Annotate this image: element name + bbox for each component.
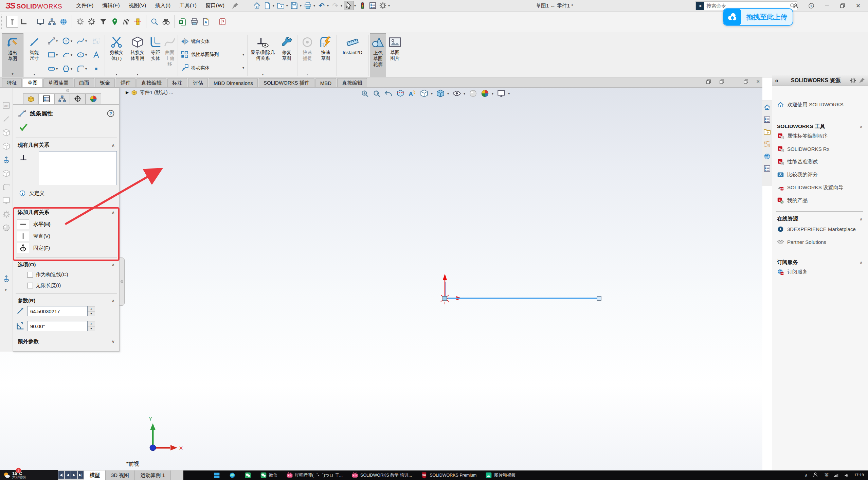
monitor-tool-button[interactable] bbox=[35, 16, 46, 28]
polygon-tool-button[interactable]: ▾ bbox=[60, 62, 74, 76]
partner-solutions-link[interactable]: Partner Solutions bbox=[777, 238, 826, 246]
spring-tool-button[interactable] bbox=[121, 16, 132, 28]
strip-caret-icon[interactable]: ▾ bbox=[5, 288, 6, 292]
collapse-pane-button[interactable]: « bbox=[775, 77, 779, 84]
print-tool-button[interactable] bbox=[188, 16, 200, 28]
angle-tool-button[interactable] bbox=[18, 16, 30, 28]
online-resources-header[interactable]: 在线资源 ∧ bbox=[777, 215, 863, 223]
select-caret-icon[interactable]: ▾ bbox=[354, 4, 356, 7]
excel-export-button[interactable] bbox=[177, 16, 188, 28]
quick-snaps-caret-icon[interactable]: ▾ bbox=[306, 72, 308, 77]
angle-input[interactable] bbox=[27, 321, 88, 331]
options-header[interactable]: 选项(O) ∧ bbox=[18, 261, 115, 268]
menu-pin-icon[interactable] bbox=[230, 1, 240, 10]
move-caret-icon[interactable]: ▾ bbox=[242, 66, 244, 70]
trim-entities-button[interactable]: 剪裁实体(T) ▾ bbox=[106, 33, 127, 77]
taskbar-app-wechat[interactable]: 微信 bbox=[260, 472, 277, 479]
existing-relations-listbox[interactable] bbox=[39, 151, 117, 185]
doc-restore-button[interactable] bbox=[743, 79, 749, 85]
feature-cube-icon[interactable] bbox=[2, 128, 11, 137]
doc-minimize-button[interactable]: ─ bbox=[732, 79, 736, 85]
parameters-header[interactable]: 参数(R) ∧ bbox=[18, 297, 115, 304]
network-tool-button[interactable] bbox=[46, 16, 58, 28]
arc-tool-button[interactable]: ▾ bbox=[60, 48, 74, 62]
save-caret-icon[interactable]: ▾ bbox=[300, 4, 302, 7]
netdisk-upload-pill[interactable]: 拖拽至此上传 bbox=[723, 8, 793, 26]
quick-snaps-button[interactable]: 快速捕捉 ▾ bbox=[299, 33, 316, 77]
tab-sheet-metal[interactable]: 钣金 bbox=[95, 78, 115, 87]
volume-icon[interactable] bbox=[844, 473, 849, 478]
existing-relations-header[interactable]: 现有几何关系 ∧ bbox=[18, 142, 115, 149]
new-file-button[interactable] bbox=[262, 1, 272, 10]
property-manager-tab[interactable] bbox=[39, 93, 54, 104]
parameters-collapse-icon[interactable]: ∧ bbox=[111, 298, 115, 303]
construction-checkbox[interactable] bbox=[27, 272, 33, 278]
redo-caret-icon[interactable]: ▾ bbox=[341, 4, 342, 7]
property-tab-builder-link[interactable]: 属性标签编制程序 bbox=[777, 132, 828, 140]
sheet-nav-first-button[interactable]: ◀| bbox=[58, 471, 64, 479]
tab-evaluate[interactable]: 评估 bbox=[188, 78, 208, 87]
repair-sketch-button[interactable]: 修复草图 bbox=[277, 33, 296, 77]
ok-button[interactable] bbox=[18, 122, 29, 132]
open-file-button[interactable] bbox=[276, 1, 286, 10]
pattern-tool-button[interactable] bbox=[89, 34, 104, 48]
taskbar-app-bilibili[interactable]: 哔哩哔哩(゜-゜)つロ 干... bbox=[286, 472, 343, 479]
print-button[interactable] bbox=[303, 1, 313, 10]
additional-parameters-header[interactable]: 额外参数 ∨ bbox=[18, 338, 115, 345]
settings-tool-button[interactable] bbox=[74, 16, 86, 28]
marketplace-link[interactable]: 3DEXPERIENCE Marketplace bbox=[777, 226, 856, 233]
taskbar-app-photos[interactable]: 图片和视频 bbox=[485, 472, 516, 479]
wechat-pinned-icon[interactable] bbox=[245, 472, 251, 479]
rectangle-tool-button[interactable]: ▾ bbox=[45, 48, 60, 62]
task-list-button[interactable] bbox=[367, 1, 378, 10]
home-button[interactable] bbox=[252, 1, 262, 10]
tray-person-icon[interactable] bbox=[813, 472, 819, 479]
close-button[interactable]: × bbox=[850, 0, 866, 12]
display-manager-tab[interactable] bbox=[86, 93, 101, 104]
view-palette-tab[interactable] bbox=[763, 140, 771, 148]
doc-new-window-icon[interactable] bbox=[719, 79, 725, 85]
solidworks-resources-tab[interactable] bbox=[763, 104, 771, 111]
configuration-manager-tab[interactable] bbox=[54, 93, 70, 104]
sw-settings-wizard-link[interactable]: SOLIDWORKS 设置向导 bbox=[777, 184, 844, 191]
tab-direct-editing[interactable]: 直接编辑 bbox=[137, 78, 166, 87]
search-input[interactable] bbox=[706, 3, 790, 8]
menu-tools[interactable]: 工具(T) bbox=[175, 0, 201, 12]
edge-browser-icon[interactable] bbox=[229, 472, 236, 479]
menu-edit[interactable]: 编辑(E) bbox=[98, 0, 124, 12]
slot-tool-button[interactable]: ▾ bbox=[45, 62, 60, 76]
performance-benchmark-link[interactable]: 性能基准测试 bbox=[777, 158, 818, 165]
display-delete-relations-button[interactable]: 显示/删除几何关系 ▾ bbox=[249, 33, 277, 77]
help-book-button[interactable] bbox=[217, 16, 228, 28]
exit-sketch-caret-icon[interactable]: ▾ bbox=[12, 72, 13, 77]
sw-tools-section-header[interactable]: SOLIDWORKS 工具 ∧ bbox=[777, 123, 863, 130]
menu-window[interactable]: 窗口(W) bbox=[201, 0, 229, 12]
linear-sketch-pattern-button[interactable]: 线性草图阵列 ▾ bbox=[179, 48, 246, 61]
panel-collapse-handle[interactable] bbox=[120, 257, 125, 306]
move-entities-button[interactable]: 移动实体 ▾ bbox=[179, 61, 246, 74]
relation-horizontal-button[interactable]: 水平(H) bbox=[17, 219, 51, 229]
fillet-gray-icon[interactable] bbox=[2, 183, 11, 191]
clock[interactable]: 17:19 bbox=[854, 473, 864, 477]
length-input[interactable] bbox=[27, 306, 88, 316]
instant2d-button[interactable]: Instant2D bbox=[338, 33, 367, 77]
network-icon[interactable] bbox=[834, 473, 839, 478]
text-tool-button[interactable] bbox=[89, 48, 104, 62]
panel-help-button[interactable] bbox=[107, 109, 115, 118]
display-relations-caret-icon[interactable]: ▾ bbox=[262, 72, 264, 77]
feature-cube-3-icon[interactable] bbox=[2, 169, 11, 178]
web-tool-button[interactable] bbox=[58, 16, 69, 28]
relation-fix-button[interactable]: 固定(F) bbox=[17, 243, 50, 253]
gear-dark-tool-button[interactable] bbox=[86, 16, 97, 28]
sketch-picture-button[interactable]: 草图图片 bbox=[386, 33, 404, 77]
sketch-line-end-point[interactable] bbox=[597, 296, 601, 300]
model-tab[interactable]: 模型 bbox=[84, 470, 106, 480]
design-library-tab[interactable] bbox=[763, 116, 771, 123]
menu-insert[interactable]: 插入(I) bbox=[150, 0, 175, 12]
rapid-sketch-button[interactable]: 快速草图 bbox=[316, 33, 335, 77]
solidworks-rx-link[interactable]: SOLIDWORKS Rx bbox=[777, 145, 829, 153]
print-caret-icon[interactable]: ▾ bbox=[313, 4, 315, 7]
existing-relations-collapse-icon[interactable]: ∧ bbox=[111, 143, 115, 148]
taskbar-app-bilibili-sw[interactable]: SOLIDWORKS 教学 培训... bbox=[351, 472, 412, 479]
infinite-length-option[interactable]: 无限长度(I) bbox=[27, 282, 61, 289]
